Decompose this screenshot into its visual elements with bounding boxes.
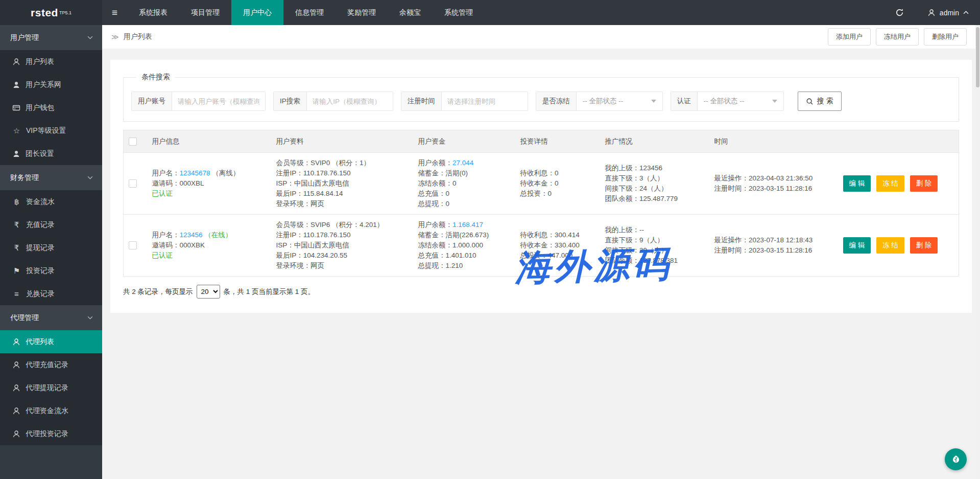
edit-button[interactable]: 编 辑: [843, 175, 871, 192]
sidebar-item-withdraw-records[interactable]: ₹ 提现记录: [0, 236, 102, 259]
chevron-down-icon: [87, 316, 93, 320]
auth-status-select[interactable]: -- 全部状态 --: [698, 92, 783, 110]
register-time-input[interactable]: [442, 92, 528, 110]
sidebar-item-fund-flow[interactable]: ฿ 资金流水: [0, 190, 102, 213]
sidebar-item-agent-recharge[interactable]: 代理充值记录: [0, 353, 102, 376]
admin-menu[interactable]: admin: [916, 0, 980, 25]
table-row: 用户名：12345678 （离线） 邀请码：000XBL 已认证 会员等级：SV…: [124, 153, 959, 215]
top-nav-info[interactable]: 信息管理: [283, 0, 336, 25]
page-title: 用户列表: [124, 32, 152, 41]
search-button[interactable]: 搜 索: [798, 92, 842, 111]
delete-button[interactable]: 删 除: [910, 175, 938, 192]
select-all-checkbox[interactable]: [129, 138, 137, 146]
freeze-button[interactable]: 冻 结: [876, 175, 904, 192]
table-row: 用户名：123456 （在线） 邀请码：000XBK 已认证 会员等级：SVIP…: [124, 215, 959, 277]
freeze-button[interactable]: 冻 结: [876, 237, 904, 254]
top-nav-yuebao[interactable]: 余额宝: [388, 0, 433, 25]
scrollbar-thumb[interactable]: [976, 27, 979, 87]
cell-user-info: 用户名：12345678 （离线） 邀请码：000XBL 已认证: [147, 153, 271, 215]
cell-promotion: 我的上级：123456 直接下级：3（人） 间接下级：24（人） 团队余额：12…: [600, 153, 709, 215]
cell-actions: 编 辑 冻 结 删 除: [838, 153, 959, 215]
sidebar-item-user-network[interactable]: 用户关系网: [0, 73, 102, 96]
edit-button[interactable]: 编 辑: [843, 237, 871, 254]
list-icon: ≡: [12, 290, 21, 298]
balance-link[interactable]: 27.044: [452, 159, 473, 167]
top-nav-reports[interactable]: 系统报表: [127, 0, 179, 25]
top-nav-rewards[interactable]: 奖励管理: [336, 0, 388, 25]
sidebar: 用户管理 用户列表 用户关系网 用户钱包 ☆ VIP等级设置 团长设置 财务管理…: [0, 25, 102, 479]
sidebar-item-user-list[interactable]: 用户列表: [0, 50, 102, 73]
cell-invest-detail: 待收利息：300.414 待收本金：330.400 总投资：447.000: [515, 215, 600, 277]
cell-time: 最近操作：2023-07-18 12:18:43 注册时间：2023-03-15…: [709, 215, 838, 277]
sidebar-item-agent-withdraw[interactable]: 代理提现记录: [0, 376, 102, 399]
top-nav-system[interactable]: 系统管理: [433, 0, 485, 25]
register-time-field-group: 注册时间: [401, 92, 528, 111]
cell-user-funds: 用户余额：27.044 储蓄金：活期(0) 冻结余额：0 总充值：0 总提现：0: [413, 153, 515, 215]
chevron-up-icon: [963, 11, 969, 14]
float-theme-button[interactable]: [945, 448, 967, 470]
sidebar-item-recharge-records[interactable]: ₹ 充值记录: [0, 213, 102, 236]
sidebar-group-agent[interactable]: 代理管理: [0, 305, 102, 330]
main-area: ≫ 用户列表 添加用户 冻结用户 删除用户 条件搜索 用户账号 IP搜索: [102, 25, 980, 313]
username-link[interactable]: 123456: [180, 231, 203, 239]
page-size-select[interactable]: 20: [197, 285, 220, 299]
user-icon: [12, 361, 20, 369]
pagination-bar: 共 2 条记录，每页显示 20 条，共 1 页当前显示第 1 页。: [123, 285, 959, 299]
online-status: （在线）: [204, 231, 232, 239]
user-icon: [927, 9, 936, 17]
register-time-label: 注册时间: [401, 92, 442, 110]
refresh-icon[interactable]: [883, 0, 916, 25]
row-checkbox[interactable]: [129, 179, 137, 188]
user-icon: [12, 58, 20, 66]
delete-button[interactable]: 删 除: [910, 237, 938, 254]
account-label: 用户账号: [132, 92, 172, 110]
sidebar-group-user-mgmt[interactable]: 用户管理: [0, 25, 102, 50]
sidebar-item-exchange-records[interactable]: ≡ 兑换记录: [0, 282, 102, 305]
sidebar-item-invest-records[interactable]: ⚑ 投资记录: [0, 259, 102, 282]
online-status: （离线）: [212, 169, 240, 177]
top-nav-projects[interactable]: 项目管理: [179, 0, 231, 25]
add-user-button[interactable]: 添加用户: [828, 28, 871, 45]
admin-name: admin: [940, 9, 959, 17]
ip-label: IP搜索: [274, 92, 307, 110]
ip-input[interactable]: [307, 92, 393, 110]
col-promotion: 推广情况: [600, 130, 709, 153]
freeze-status-select[interactable]: -- 全部状态 --: [577, 92, 662, 110]
account-input[interactable]: [172, 92, 265, 110]
sidebar-item-agent-list[interactable]: 代理列表: [0, 330, 102, 353]
freeze-user-button[interactable]: 冻结用户: [876, 28, 919, 45]
sidebar-item-user-wallet[interactable]: 用户钱包: [0, 96, 102, 119]
caret-down-icon: [651, 100, 656, 103]
pagination-suffix: 条，共 1 页当前显示第 1 页。: [224, 287, 315, 296]
cell-user-profile: 会员等级：SVIP6 （积分：4.201） 注册IP：110.178.76.15…: [271, 215, 413, 277]
pagination-prefix: 共 2 条记录，每页显示: [123, 287, 193, 296]
scrollbar-track[interactable]: [975, 25, 980, 479]
freeze-status-group: 是否冻结 -- 全部状态 --: [536, 92, 663, 111]
sidebar-item-agent-fund-flow[interactable]: 代理资金流水: [0, 399, 102, 422]
row-checkbox[interactable]: [129, 241, 137, 249]
wallet-icon: [12, 104, 20, 112]
user-icon: [12, 407, 20, 415]
sidebar-item-vip-settings[interactable]: ☆ VIP等级设置: [0, 119, 102, 142]
top-nav-user-center[interactable]: 用户中心: [231, 0, 283, 25]
users-icon: [12, 81, 20, 89]
username-link[interactable]: 12345678: [180, 169, 210, 177]
breadcrumb-arrow-icon: ≫: [111, 33, 119, 41]
chevron-down-icon: [87, 36, 93, 39]
balance-link[interactable]: 1.168.417: [452, 221, 483, 229]
hamburger-icon[interactable]: ≡: [102, 0, 127, 25]
cell-user-info: 用户名：123456 （在线） 邀请码：000XBK 已认证: [147, 215, 271, 277]
verified-badge: 已认证: [152, 250, 266, 261]
sidebar-group-finance[interactable]: 财务管理: [0, 165, 102, 190]
baht-icon: ฿: [12, 198, 21, 206]
cell-actions: 编 辑 冻 结 删 除: [838, 215, 959, 277]
delete-user-button[interactable]: 删除用户: [924, 28, 967, 45]
sidebar-item-leader-settings[interactable]: 团长设置: [0, 142, 102, 165]
page-action-buttons: 添加用户 冻结用户 删除用户: [828, 28, 967, 45]
breadcrumb-bar: ≫ 用户列表 添加用户 冻结用户 删除用户: [102, 25, 980, 49]
sidebar-item-agent-invest[interactable]: 代理投资记录: [0, 422, 102, 445]
logo-text: rsted: [31, 7, 58, 19]
account-field-group: 用户账号: [131, 92, 266, 111]
table-header-row: 用户信息 用户资料 用户资金 投资详情 推广情况 时间: [124, 130, 959, 153]
search-legend: 条件搜索: [136, 73, 175, 82]
